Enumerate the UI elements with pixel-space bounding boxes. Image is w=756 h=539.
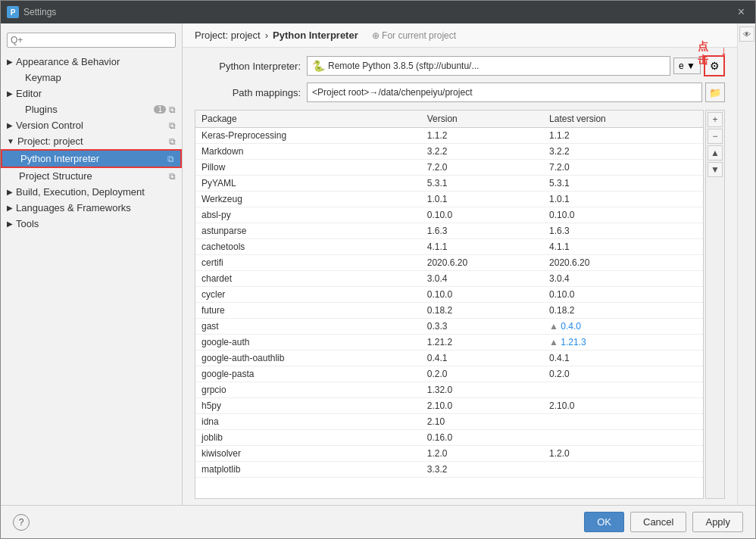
expand-arrow-icon: ▶ (7, 121, 13, 129)
package-latest: 1.6.3 (543, 223, 703, 239)
interpreter-input[interactable]: 🐍 Remote Python 3.8.5 (sftp://ubuntu/... (307, 56, 670, 76)
package-version: 2.10 (421, 414, 543, 430)
arrow-annotation: ↓ (720, 43, 727, 59)
remove-package-button[interactable]: − (708, 129, 723, 144)
package-latest: 1.1.2 (543, 128, 703, 144)
scroll-up-button[interactable]: ▲ (708, 145, 723, 160)
table-row[interactable]: google-auth1.21.2▲ 1.21.3 (195, 335, 703, 351)
table-row[interactable]: future0.18.20.18.2 (195, 303, 703, 319)
table-row[interactable]: Werkzeug1.0.11.0.1 (195, 192, 703, 207)
eye-button[interactable]: 👁 (739, 26, 754, 42)
table-row[interactable]: kiwisolver1.2.01.2.0 (195, 446, 703, 462)
path-input[interactable]: <Project root>→/data/chenpeiyu/project (307, 83, 702, 102)
package-name: Werkzeug (195, 192, 421, 207)
breadcrumb: Project: project › Python Interpreter ⊕ … (183, 23, 737, 48)
package-name: absl-py (195, 207, 421, 223)
app-icon: P (7, 6, 19, 18)
gear-icon: ⚙ (710, 60, 720, 72)
interpreter-dropdown[interactable]: e ▼ (673, 58, 701, 74)
breadcrumb-current: Python Interpreter (273, 30, 358, 41)
content-area: ▶ Appearance & Behavior Keymap ▶ Editor … (1, 23, 755, 505)
package-name: PyYAML (195, 176, 421, 192)
package-version: 1.32.0 (421, 382, 543, 398)
table-row[interactable]: h5py2.10.02.10.0 (195, 398, 703, 414)
copy-icon: ⧉ (167, 154, 174, 164)
search-input[interactable] (11, 35, 172, 45)
path-value: <Project root>→/data/chenpeiyu/project (312, 87, 697, 98)
click-annotation: 点击 (698, 40, 708, 67)
gear-button[interactable]: ⚙ 点击 ↓ (704, 55, 725, 76)
sidebar-item-version-control[interactable]: ▶ Version Control ⧉ (1, 117, 182, 133)
table-row[interactable]: google-auth-oauthlib0.4.10.4.1 (195, 351, 703, 366)
table-row[interactable]: matplotlib3.3.2 (195, 462, 703, 478)
plugins-badge: 1 (154, 105, 166, 114)
sidebar-item-label: Appearance & Behavior (16, 56, 176, 67)
copy-icon: ⧉ (169, 171, 176, 182)
table-row[interactable]: Markdown3.2.23.2.2 (195, 144, 703, 160)
package-latest: ▲ 0.4.0 (543, 319, 703, 335)
sidebar-item-project-structure[interactable]: Project Structure ⧉ (1, 168, 182, 184)
table-row[interactable]: idna2.10 (195, 414, 703, 430)
package-name: Markdown (195, 144, 421, 160)
package-name: Pillow (195, 160, 421, 176)
sidebar-item-label: Tools (16, 218, 176, 229)
package-latest: 1.0.1 (543, 192, 703, 207)
package-latest: 0.4.1 (543, 351, 703, 366)
title-bar-left: P Settings (7, 6, 56, 18)
table-row[interactable]: google-pasta0.2.00.2.0 (195, 366, 703, 382)
sidebar-item-label: Version Control (16, 120, 166, 131)
scroll-down-button[interactable]: ▼ (708, 162, 723, 177)
breadcrumb-separator: › (265, 30, 268, 41)
packages-table: Package Version Latest version Keras-Pre… (195, 111, 703, 478)
table-row[interactable]: certifi2020.6.202020.6.20 (195, 255, 703, 271)
ok-button[interactable]: OK (584, 512, 624, 532)
table-row[interactable]: Keras-Preprocessing1.1.21.1.2 (195, 128, 703, 144)
sidebar-item-editor[interactable]: ▶ Editor (1, 86, 182, 101)
sidebar-item-keymap[interactable]: Keymap (1, 70, 182, 86)
path-field-value: <Project root>→/data/chenpeiyu/project 📁 (307, 83, 725, 102)
sidebar-item-languages[interactable]: ▶ Languages & Frameworks (1, 200, 182, 216)
package-latest (543, 414, 703, 430)
package-latest: 5.3.1 (543, 176, 703, 192)
cancel-button[interactable]: Cancel (630, 512, 686, 532)
search-box[interactable] (7, 33, 176, 48)
table-row[interactable]: grpcio1.32.0 (195, 382, 703, 398)
table-row[interactable]: cachetools4.1.14.1.1 (195, 239, 703, 255)
sidebar-item-build[interactable]: ▶ Build, Execution, Deployment (1, 184, 182, 200)
add-package-button[interactable]: + (708, 112, 723, 127)
table-row[interactable]: cycler0.10.00.10.0 (195, 287, 703, 303)
package-version: 1.1.2 (421, 128, 543, 144)
package-latest: 0.10.0 (543, 207, 703, 223)
package-version: 1.6.3 (421, 223, 543, 239)
sidebar-item-plugins[interactable]: Plugins 1 ⧉ (1, 101, 182, 117)
table-row[interactable]: astunparse1.6.31.6.3 (195, 223, 703, 239)
expand-arrow-icon: ▶ (7, 58, 13, 66)
package-latest: 2.10.0 (543, 398, 703, 414)
table-row[interactable]: PyYAML5.3.15.3.1 (195, 176, 703, 192)
table-row[interactable]: Pillow7.2.07.2.0 (195, 160, 703, 176)
package-name: certifi (195, 255, 421, 271)
sidebar-item-tools[interactable]: ▶ Tools (1, 216, 182, 232)
folder-button[interactable]: 📁 (705, 83, 725, 102)
sidebar-item-python-interpreter[interactable]: Python Interpreter ⧉ (1, 149, 182, 168)
main-content: Project: project › Python Interpreter ⊕ … (183, 23, 737, 505)
breadcrumb-note: ⊕ For current project (372, 30, 456, 41)
copy-icon: ⧉ (169, 136, 176, 147)
table-row[interactable]: chardet3.0.43.0.4 (195, 271, 703, 287)
package-version: 3.0.4 (421, 271, 543, 287)
table-row[interactable]: gast0.3.3▲ 0.4.0 (195, 319, 703, 335)
package-name: google-pasta (195, 366, 421, 382)
python-icon: 🐍 (312, 60, 325, 72)
sidebar-item-project[interactable]: ▼ Project: project ⧉ (1, 133, 182, 149)
sidebar-item-appearance[interactable]: ▶ Appearance & Behavior (1, 54, 182, 70)
help-button[interactable]: ? (13, 514, 30, 531)
apply-button[interactable]: Apply (692, 512, 743, 532)
package-name: google-auth (195, 335, 421, 351)
close-button[interactable]: × (733, 4, 749, 20)
table-row[interactable]: absl-py0.10.00.10.0 (195, 207, 703, 223)
package-version: 7.2.0 (421, 160, 543, 176)
package-latest: 0.10.0 (543, 287, 703, 303)
expand-arrow-icon: ▶ (7, 204, 13, 212)
package-version: 1.0.1 (421, 192, 543, 207)
table-row[interactable]: joblib0.16.0 (195, 430, 703, 446)
